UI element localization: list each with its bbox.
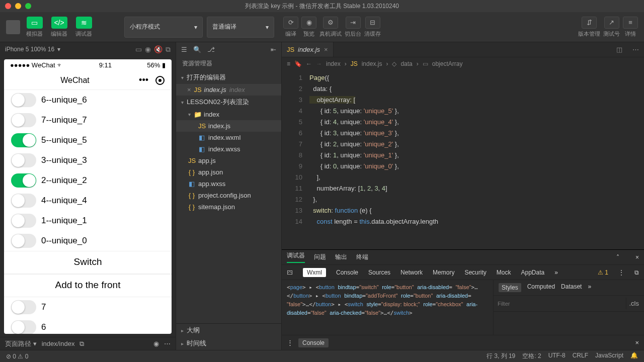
tab-appdata[interactable]: AppData (521, 269, 544, 276)
tab-wxml[interactable]: Wxml (303, 268, 326, 277)
timeline-header[interactable]: ▸时间线 (176, 337, 281, 350)
list-item[interactable]: 7 (4, 297, 172, 317)
tab-dataset[interactable]: Dataset (561, 283, 582, 292)
target-icon[interactable] (155, 76, 165, 85)
open-editors-header[interactable]: ▾打开的编辑器 (176, 71, 281, 84)
clear-cache-button[interactable]: ⊟清缓存 (364, 17, 381, 38)
breadcrumb[interactable]: ≡🔖←→ index› JSindex.js› ◇data› ▭objectAr… (282, 57, 644, 70)
dock-icon[interactable]: ⧉ (634, 269, 639, 276)
tab-console[interactable]: Console (336, 269, 358, 276)
cls-button[interactable]: .cls (626, 298, 642, 309)
compile-select[interactable]: 普通编译▾ (207, 17, 274, 38)
add-front-button[interactable]: Add to the front (4, 274, 172, 297)
tab-computed[interactable]: Computed (527, 283, 555, 292)
compile-button[interactable]: ⟳编译 (283, 17, 298, 38)
switch-toggle[interactable] (11, 113, 36, 127)
close-tab-icon[interactable]: × (324, 46, 328, 53)
bell-icon[interactable]: 🔔 (630, 352, 638, 360)
tab-sources[interactable]: Sources (368, 269, 390, 276)
collapse-icon[interactable]: ⇤ (271, 46, 276, 53)
language-info[interactable]: JavaScript (595, 352, 623, 360)
file-app-js[interactable]: JSapp.js (176, 155, 281, 166)
more-icon[interactable]: ⋯ (627, 46, 644, 53)
background-button[interactable]: ⇥切后台 (345, 17, 361, 38)
tab-debugger[interactable]: 调试器 (287, 251, 305, 263)
list-item[interactable]: 6 (4, 317, 172, 334)
switch-toggle[interactable] (11, 194, 36, 208)
cursor-position[interactable]: 行 3, 列 19 (487, 352, 515, 360)
file-index-wxml[interactable]: ◧index.wxml (176, 132, 281, 143)
tab-memory[interactable]: Memory (433, 269, 454, 276)
list-item[interactable]: 4--unique_4 (4, 191, 172, 211)
list-item[interactable]: 2--unique_2 (4, 170, 172, 191)
encoding-info[interactable]: UTF-8 (548, 352, 566, 360)
simulator-button[interactable]: ▭模拟器 (24, 17, 45, 38)
record-icon[interactable]: ◉ (145, 45, 151, 53)
close-icon[interactable]: × (635, 254, 639, 261)
version-button[interactable]: ⇵版本管理 (578, 17, 600, 38)
switch-toggle[interactable] (11, 173, 36, 188)
device-select[interactable]: iPhone 5 100% 16 (5, 46, 54, 53)
switch-toggle[interactable] (11, 93, 36, 107)
switch-toggle[interactable] (11, 300, 36, 314)
switch-toggle[interactable] (11, 133, 36, 147)
list-item[interactable]: 6--unique_6 (4, 90, 172, 110)
mute-icon[interactable]: 🔇 (154, 45, 163, 53)
wxml-tree[interactable]: <page> ▸ <button bindtap="switch" role="… (282, 280, 493, 335)
tab-styles[interactable]: Styles (499, 283, 521, 292)
eol-info[interactable]: CRLF (573, 352, 588, 360)
tab-output[interactable]: 输出 (335, 253, 347, 261)
kebab-icon[interactable]: ⋮ (287, 339, 293, 346)
editor-button[interactable]: </>编辑器 (49, 17, 69, 38)
branch-icon[interactable]: ⎇ (207, 46, 215, 53)
avatar[interactable] (6, 20, 20, 34)
menu-icon[interactable]: ••• (139, 75, 148, 85)
more-icon[interactable]: ⋯ (164, 340, 171, 347)
debugger-button[interactable]: ≋调试器 (73, 17, 94, 38)
detach-icon[interactable]: ⧉ (166, 45, 171, 54)
file-index-wxss[interactable]: ◧index.wxss (176, 143, 281, 155)
test-id-button[interactable]: ↗测试号 (603, 17, 620, 38)
code-editor[interactable]: 1234567891011121314 Page({ data: { objec… (282, 70, 644, 249)
project-header[interactable]: ▾LESSON02-列表渲染 (176, 96, 281, 109)
switch-toggle[interactable] (11, 320, 36, 334)
more-icon[interactable]: » (588, 283, 591, 292)
window-controls[interactable] (5, 3, 31, 9)
file-app-wxss[interactable]: ◧app.wxss (176, 178, 281, 190)
console-drawer[interactable]: Console (298, 338, 329, 347)
eye-icon[interactable]: ◉ (153, 340, 159, 347)
status-errors[interactable]: ⊘ 0 ⚠ 0 (6, 353, 28, 360)
file-project-config[interactable]: { }project.config.json (176, 190, 281, 201)
outline-header[interactable]: ▸大纲 (176, 324, 281, 337)
tab-problems[interactable]: 问题 (314, 253, 326, 261)
copy-icon[interactable]: ⧉ (79, 340, 84, 348)
filter-input[interactable] (496, 298, 626, 309)
list-item[interactable]: 1--unique_1 (4, 211, 172, 231)
file-app-json[interactable]: { }app.json (176, 166, 281, 178)
search-icon[interactable]: 🔍 (193, 46, 201, 53)
list-item[interactable]: 5--unique_5 (4, 130, 172, 150)
list-icon[interactable]: ☰ (181, 46, 187, 53)
list-item[interactable]: 7--unique_7 (4, 110, 172, 130)
preview-button[interactable]: ◉预览 (301, 17, 316, 38)
close-icon[interactable] (5, 3, 11, 9)
editor-tab[interactable]: JSindex.js× (282, 42, 334, 57)
switch-button[interactable]: Switch (4, 251, 172, 274)
list-item[interactable]: 3--unique_3 (4, 150, 172, 170)
page-path-label[interactable]: 页面路径 ▾ (5, 339, 37, 348)
tab-network[interactable]: Network (400, 269, 423, 276)
close-icon[interactable]: × (635, 339, 639, 346)
chevron-up-icon[interactable]: ˄ (616, 254, 619, 261)
warning-badge[interactable]: ⚠ 1 (598, 269, 608, 276)
list-item[interactable]: 0--unique_0 (4, 231, 172, 251)
kebab-icon[interactable]: ⋮ (618, 269, 624, 276)
tab-mock[interactable]: Mock (497, 269, 511, 276)
more-tabs-icon[interactable]: » (554, 269, 558, 276)
open-editor-file[interactable]: ×JSindex.jsindex (176, 84, 281, 96)
phone-viewport[interactable]: ●●●●● WeChat ᯤ9:1156% ▮ WeChat••• 6--uni… (4, 59, 172, 334)
minimize-icon[interactable] (15, 3, 21, 9)
split-icon[interactable]: ◫ (611, 46, 627, 53)
details-button[interactable]: ≡详情 (623, 17, 638, 38)
folder-index[interactable]: ▾📁index (176, 109, 281, 120)
tab-security[interactable]: Security (464, 269, 486, 276)
